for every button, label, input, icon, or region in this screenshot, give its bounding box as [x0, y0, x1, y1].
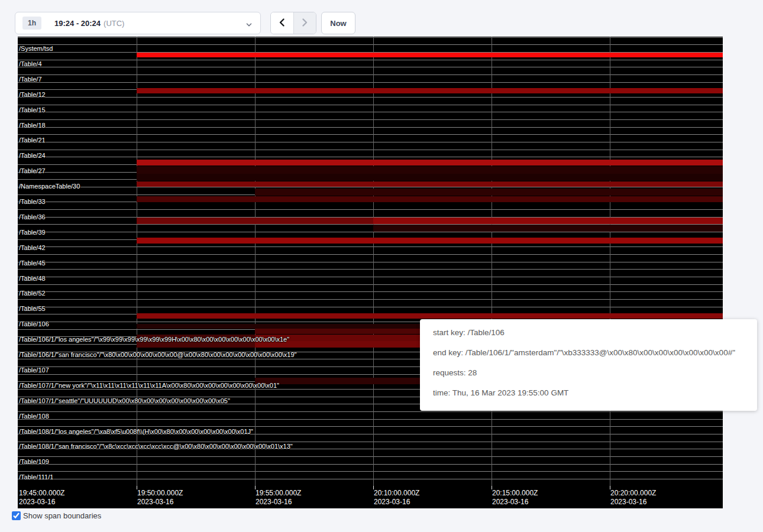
show-span-boundaries-label: Show span boundaries: [23, 511, 101, 520]
now-button[interactable]: Now: [321, 12, 355, 34]
heat-band: [137, 218, 373, 224]
span-boundary-line: [18, 262, 723, 262]
span-boundary-line: [18, 464, 723, 465]
span-boundary-line: [18, 119, 723, 120]
prev-range-button[interactable]: [271, 12, 294, 34]
row-label: /Table/45: [19, 259, 46, 267]
heat-band: [137, 88, 723, 93]
tooltip-start-key: start key: /Table/106: [433, 323, 749, 343]
heat-band: [137, 53, 723, 58]
span-boundary-line: [18, 67, 723, 67]
span-boundary-line: [18, 456, 723, 457]
show-span-boundaries-control[interactable]: Show span boundaries: [12, 511, 101, 520]
next-range-button[interactable]: [294, 12, 316, 34]
heat-band: [373, 218, 723, 224]
x-axis-label: 20:20:00.000Z2023-03-16: [610, 489, 656, 507]
x-axis: 19:45:00.000Z2023-03-1619:50:00.000Z2023…: [18, 486, 723, 508]
chevron-down-icon: [245, 20, 253, 31]
row-label: /System/tsd: [19, 45, 53, 52]
row-label: /Table/48: [19, 275, 46, 282]
chevron-right-icon: [300, 18, 309, 29]
span-boundary-line: [18, 442, 723, 442]
span-boundary-line: [18, 74, 723, 75]
row-label: /Table/111/1: [19, 473, 53, 481]
heat-band: [137, 238, 723, 244]
span-boundary-line: [18, 150, 723, 150]
span-boundary-line: [18, 44, 723, 45]
span-boundary-line: [18, 37, 723, 38]
hover-tooltip: start key: /Table/106 end key: /Table/10…: [420, 319, 757, 411]
show-span-boundaries-checkbox[interactable]: [12, 511, 21, 520]
span-boundary-line: [18, 97, 723, 98]
row-label: /Table/15: [19, 106, 46, 113]
row-label: /Table/106: [19, 320, 49, 327]
row-label: /Table/42: [19, 244, 46, 251]
row-label: /Table/109: [19, 458, 49, 465]
span-boundary-line: [18, 209, 723, 210]
row-label: /Table/107: [19, 366, 49, 374]
span-boundary-line: [18, 277, 723, 277]
span-boundary-line: [18, 411, 723, 412]
row-label: /Table/52: [19, 290, 46, 297]
time-gridline: [255, 37, 256, 486]
row-label: /Table/108/1/"los angeles"/"\xa8\xf5\u00…: [19, 428, 253, 435]
span-boundary-line: [18, 112, 723, 112]
row-label: /Table/12: [19, 91, 46, 98]
row-label: /Table/24: [19, 152, 46, 159]
span-boundary-line: [18, 269, 723, 270]
tooltip-end-key: end key: /Table/106/1/"amsterdam"/"\xb33…: [433, 343, 749, 363]
span-boundary-line: [18, 157, 723, 157]
row-label: /Table/55: [19, 305, 46, 312]
heat-band: [137, 166, 723, 174]
time-gridline: [492, 37, 492, 486]
span-boundary-line: [18, 254, 723, 255]
time-nav-button-group: [270, 12, 316, 34]
span-boundary-line: [18, 426, 723, 427]
time-gridline: [610, 37, 610, 486]
heat-band: [137, 313, 723, 319]
row-label: /Table/18: [19, 122, 46, 129]
span-boundary-line: [18, 142, 723, 142]
row-label: /Table/7: [19, 76, 42, 83]
tooltip-time: time: Thu, 16 Mar 2023 19:55:00 GMT: [433, 383, 749, 403]
row-label: /Table/107/1/"seattle"/"UUUUUUD\x00\x80\…: [19, 397, 230, 404]
row-label: /Table/108/1/"san francisco"/"\x8c\xcc\x…: [19, 443, 293, 450]
tooltip-requests: requests: 28: [433, 363, 749, 383]
span-boundary-line: [18, 479, 723, 479]
heat-band: [137, 160, 723, 166]
row-label: /Table/21: [19, 137, 46, 144]
x-axis-label: 20:10:00.000Z2023-03-16: [374, 489, 419, 507]
chevron-left-icon: [277, 18, 287, 29]
row-label: /Table/106/1/"los angeles"/"\x99\x99\x99…: [19, 336, 289, 343]
row-label: /Table/33: [19, 198, 46, 205]
x-axis-label: 19:55:00.000Z2023-03-16: [256, 489, 301, 507]
x-axis-label: 19:45:00.000Z2023-03-16: [19, 489, 64, 507]
time-range-text: 19:24 - 20:24: [54, 19, 101, 28]
row-label: /Table/107/1/"new york"/"\x11\x11\x11\x1…: [19, 382, 279, 389]
row-label: /Table/36: [19, 213, 46, 220]
span-boundary-line: [18, 246, 723, 247]
heatmap-plot: /System/tsd/Table/4/Table/7/Table/12/Tab…: [18, 37, 723, 486]
span-boundary-line: [18, 105, 723, 105]
span-boundary-line: [18, 307, 723, 307]
time-range-select[interactable]: 1h 19:24 - 20:24 (UTC): [15, 12, 261, 34]
heat-band: [373, 225, 723, 232]
row-label: /Table/106/1/"san francisco"/"\x80\x00\x…: [19, 351, 297, 358]
x-axis-label: 19:50:00.000Z2023-03-16: [137, 489, 183, 507]
time-gridline: [137, 37, 137, 486]
key-visualizer-canvas[interactable]: /System/tsd/Table/4/Table/7/Table/12/Tab…: [18, 37, 723, 508]
x-axis-label: 20:15:00.000Z2023-03-16: [492, 489, 538, 507]
row-label: /Table/4: [19, 60, 42, 67]
time-range-timezone: (UTC): [104, 19, 124, 28]
span-boundary-line: [18, 284, 723, 285]
time-gridline: [373, 37, 374, 486]
span-boundary-line: [18, 60, 723, 60]
heat-band: [137, 181, 723, 187]
row-label: /NamespaceTable/30: [19, 183, 80, 190]
span-boundary-line: [18, 299, 723, 300]
row-label: /Table/39: [19, 229, 46, 236]
span-boundary-line: [18, 134, 723, 135]
row-label: /Table/108: [19, 413, 49, 420]
span-boundary-line: [18, 82, 723, 83]
time-range-duration-badge: 1h: [22, 17, 41, 30]
